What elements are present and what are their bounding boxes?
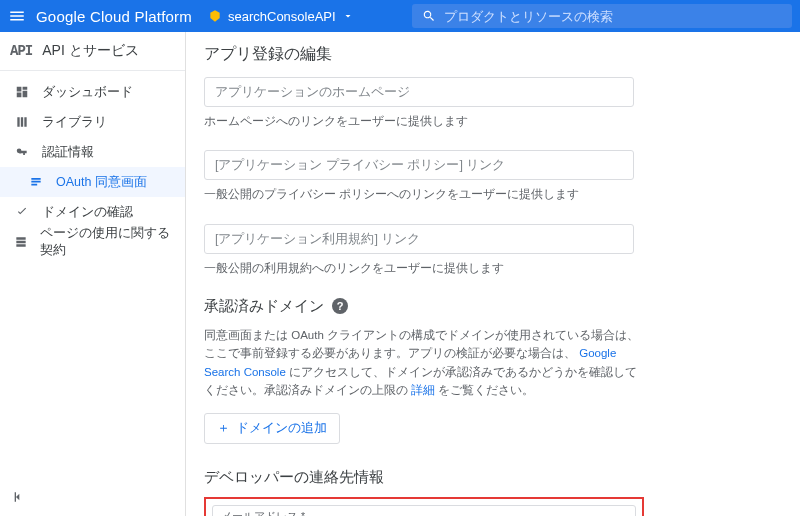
caret-down-icon xyxy=(342,10,354,22)
app-homepage-input[interactable] xyxy=(204,77,634,107)
key-icon xyxy=(14,144,30,160)
sidebar-item-label: OAuth 同意画面 xyxy=(56,174,147,191)
api-glyph-icon: API xyxy=(10,43,32,59)
sidebar-item-dashboard[interactable]: ダッシュボード xyxy=(0,77,185,107)
consent-icon xyxy=(28,174,44,190)
sidebar-item-label: ドメインの確認 xyxy=(42,204,133,221)
sidebar-item-credentials[interactable]: 認証情報 xyxy=(0,137,185,167)
developer-contact-heading: デベロッパーの連絡先情報 xyxy=(204,468,778,487)
check-icon xyxy=(14,204,30,220)
dashboard-icon xyxy=(14,84,30,100)
project-picker[interactable]: searchConsoleAPI xyxy=(202,9,360,24)
privacy-policy-input[interactable] xyxy=(204,150,634,180)
homepage-field-group: ホームページへのリンクをユーザーに提供します xyxy=(204,77,634,130)
details-link[interactable]: 詳細 xyxy=(411,384,435,396)
project-name: searchConsoleAPI xyxy=(228,9,336,24)
sidebar-nav: ダッシュボード ライブラリ 認証情報 OAuth 同意画面 ドメインの確認 ペー… xyxy=(0,71,185,481)
authorized-domains-title: 承認済みドメイン xyxy=(204,297,324,316)
sidebar-title: API とサービス xyxy=(42,42,138,60)
sidebar-header[interactable]: API API とサービス xyxy=(0,32,185,71)
sidebar-item-oauth-consent[interactable]: OAuth 同意画面 xyxy=(0,167,185,197)
search-box[interactable] xyxy=(412,4,792,28)
sidebar-item-label: ダッシュボード xyxy=(42,84,133,101)
library-icon xyxy=(14,114,30,130)
plus-icon: ＋ xyxy=(217,420,230,437)
sidebar-item-domain-verification[interactable]: ドメインの確認 xyxy=(0,197,185,227)
authorized-domains-description: 同意画面または OAuth クライアントの構成でドメインが使用されている場合は、… xyxy=(204,326,644,400)
privacy-field-group: 一般公開のプライバシー ポリシーへのリンクをユーザーに提供します xyxy=(204,150,634,203)
sidebar: API API とサービス ダッシュボード ライブラリ 認証情報 OAuth 同… xyxy=(0,32,186,516)
sidebar-item-label: ページの使用に関する契約 xyxy=(40,225,173,259)
homepage-helper: ホームページへのリンクをユーザーに提供します xyxy=(204,113,634,130)
sidebar-item-page-usage-agreement[interactable]: ページの使用に関する契約 xyxy=(0,227,185,257)
agreement-icon xyxy=(14,234,28,250)
privacy-helper: 一般公開のプライバシー ポリシーへのリンクをユーザーに提供します xyxy=(204,186,634,203)
hamburger-icon[interactable] xyxy=(8,7,26,25)
main-content: アプリ登録の編集 ホームページへのリンクをユーザーに提供します 一般公開のプライ… xyxy=(186,32,800,516)
search-icon xyxy=(422,9,436,23)
help-icon[interactable]: ? xyxy=(332,298,348,314)
tos-helper: 一般公開の利用規約へのリンクをユーザーに提供します xyxy=(204,260,634,277)
sidebar-item-label: ライブラリ xyxy=(42,114,107,131)
email-field-label: メールアドレス * xyxy=(221,510,627,516)
sidebar-collapse-icon[interactable] xyxy=(0,481,185,516)
email-chip-input[interactable]: メールアドレス * ████ @gmail.com ✕ xyxy=(212,505,636,516)
sidebar-item-label: 認証情報 xyxy=(42,144,94,161)
project-hex-icon xyxy=(208,9,222,23)
tos-input[interactable] xyxy=(204,224,634,254)
gcp-logo[interactable]: Google Cloud Platform xyxy=(36,8,192,25)
topbar: Google Cloud Platform searchConsoleAPI xyxy=(0,0,800,32)
search-input[interactable] xyxy=(444,9,782,24)
email-field-highlight: メールアドレス * ████ @gmail.com ✕ xyxy=(204,497,644,516)
tos-field-group: 一般公開の利用規約へのリンクをユーザーに提供します xyxy=(204,224,634,277)
logo-bold: Google xyxy=(36,8,86,25)
logo-rest: Cloud Platform xyxy=(90,8,192,25)
page-title: アプリ登録の編集 xyxy=(204,44,778,65)
developer-contact-title: デベロッパーの連絡先情報 xyxy=(204,468,384,487)
add-domain-button[interactable]: ＋ ドメインの追加 xyxy=(204,413,340,444)
add-domain-label: ドメインの追加 xyxy=(236,420,327,437)
sidebar-item-library[interactable]: ライブラリ xyxy=(0,107,185,137)
authorized-domains-heading: 承認済みドメイン ? xyxy=(204,297,778,316)
